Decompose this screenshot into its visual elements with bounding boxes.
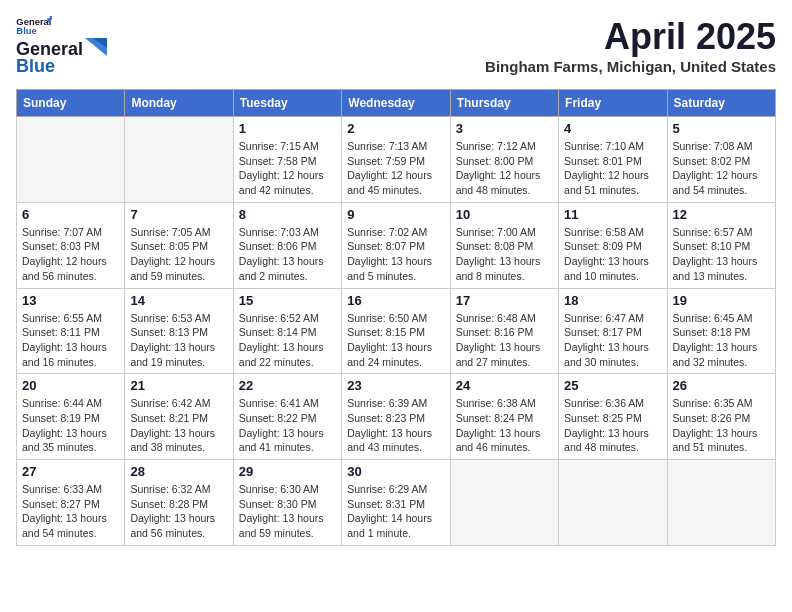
- calendar-cell: 29Sunrise: 6:30 AM Sunset: 8:30 PM Dayli…: [233, 460, 341, 546]
- day-number: 3: [456, 121, 553, 136]
- calendar-cell: [559, 460, 667, 546]
- location-title: Bingham Farms, Michigan, United States: [485, 58, 776, 75]
- calendar-cell: 26Sunrise: 6:35 AM Sunset: 8:26 PM Dayli…: [667, 374, 775, 460]
- day-number: 2: [347, 121, 444, 136]
- day-number: 5: [673, 121, 770, 136]
- day-number: 8: [239, 207, 336, 222]
- day-info: Sunrise: 7:03 AM Sunset: 8:06 PM Dayligh…: [239, 225, 336, 284]
- page-header: General Blue General Blue April 2025 Bin…: [16, 16, 776, 77]
- logo-triangle: [85, 38, 107, 60]
- calendar-cell: 11Sunrise: 6:58 AM Sunset: 8:09 PM Dayli…: [559, 202, 667, 288]
- calendar-cell: 5Sunrise: 7:08 AM Sunset: 8:02 PM Daylig…: [667, 117, 775, 203]
- day-info: Sunrise: 6:44 AM Sunset: 8:19 PM Dayligh…: [22, 396, 119, 455]
- day-number: 16: [347, 293, 444, 308]
- day-info: Sunrise: 6:53 AM Sunset: 8:13 PM Dayligh…: [130, 311, 227, 370]
- calendar-cell: 30Sunrise: 6:29 AM Sunset: 8:31 PM Dayli…: [342, 460, 450, 546]
- calendar-cell: 27Sunrise: 6:33 AM Sunset: 8:27 PM Dayli…: [17, 460, 125, 546]
- day-info: Sunrise: 6:48 AM Sunset: 8:16 PM Dayligh…: [456, 311, 553, 370]
- day-number: 19: [673, 293, 770, 308]
- calendar-cell: 6Sunrise: 7:07 AM Sunset: 8:03 PM Daylig…: [17, 202, 125, 288]
- day-info: Sunrise: 6:36 AM Sunset: 8:25 PM Dayligh…: [564, 396, 661, 455]
- calendar-week-1: 1Sunrise: 7:15 AM Sunset: 7:58 PM Daylig…: [17, 117, 776, 203]
- day-info: Sunrise: 6:29 AM Sunset: 8:31 PM Dayligh…: [347, 482, 444, 541]
- calendar-cell: 24Sunrise: 6:38 AM Sunset: 8:24 PM Dayli…: [450, 374, 558, 460]
- calendar-cell: 19Sunrise: 6:45 AM Sunset: 8:18 PM Dayli…: [667, 288, 775, 374]
- calendar-cell: 2Sunrise: 7:13 AM Sunset: 7:59 PM Daylig…: [342, 117, 450, 203]
- weekday-header-tuesday: Tuesday: [233, 90, 341, 117]
- day-info: Sunrise: 6:45 AM Sunset: 8:18 PM Dayligh…: [673, 311, 770, 370]
- logo-blue: Blue: [16, 56, 55, 77]
- calendar-cell: 10Sunrise: 7:00 AM Sunset: 8:08 PM Dayli…: [450, 202, 558, 288]
- day-info: Sunrise: 7:02 AM Sunset: 8:07 PM Dayligh…: [347, 225, 444, 284]
- day-number: 27: [22, 464, 119, 479]
- logo: General Blue General Blue: [16, 16, 109, 77]
- day-info: Sunrise: 7:05 AM Sunset: 8:05 PM Dayligh…: [130, 225, 227, 284]
- day-info: Sunrise: 6:30 AM Sunset: 8:30 PM Dayligh…: [239, 482, 336, 541]
- day-number: 23: [347, 378, 444, 393]
- day-number: 12: [673, 207, 770, 222]
- day-info: Sunrise: 6:39 AM Sunset: 8:23 PM Dayligh…: [347, 396, 444, 455]
- day-info: Sunrise: 6:55 AM Sunset: 8:11 PM Dayligh…: [22, 311, 119, 370]
- calendar-cell: 4Sunrise: 7:10 AM Sunset: 8:01 PM Daylig…: [559, 117, 667, 203]
- day-number: 25: [564, 378, 661, 393]
- day-number: 26: [673, 378, 770, 393]
- calendar-cell: 15Sunrise: 6:52 AM Sunset: 8:14 PM Dayli…: [233, 288, 341, 374]
- day-info: Sunrise: 6:58 AM Sunset: 8:09 PM Dayligh…: [564, 225, 661, 284]
- calendar-cell: [17, 117, 125, 203]
- day-number: 17: [456, 293, 553, 308]
- day-number: 4: [564, 121, 661, 136]
- calendar-cell: [450, 460, 558, 546]
- weekday-header-saturday: Saturday: [667, 90, 775, 117]
- calendar-cell: 8Sunrise: 7:03 AM Sunset: 8:06 PM Daylig…: [233, 202, 341, 288]
- weekday-header-friday: Friday: [559, 90, 667, 117]
- month-title: April 2025: [485, 16, 776, 58]
- day-number: 28: [130, 464, 227, 479]
- day-number: 21: [130, 378, 227, 393]
- day-info: Sunrise: 7:13 AM Sunset: 7:59 PM Dayligh…: [347, 139, 444, 198]
- day-info: Sunrise: 6:38 AM Sunset: 8:24 PM Dayligh…: [456, 396, 553, 455]
- calendar-cell: 20Sunrise: 6:44 AM Sunset: 8:19 PM Dayli…: [17, 374, 125, 460]
- calendar-cell: 25Sunrise: 6:36 AM Sunset: 8:25 PM Dayli…: [559, 374, 667, 460]
- calendar-cell: 18Sunrise: 6:47 AM Sunset: 8:17 PM Dayli…: [559, 288, 667, 374]
- day-number: 7: [130, 207, 227, 222]
- calendar-cell: 23Sunrise: 6:39 AM Sunset: 8:23 PM Dayli…: [342, 374, 450, 460]
- day-info: Sunrise: 6:47 AM Sunset: 8:17 PM Dayligh…: [564, 311, 661, 370]
- day-number: 6: [22, 207, 119, 222]
- calendar-cell: 16Sunrise: 6:50 AM Sunset: 8:15 PM Dayli…: [342, 288, 450, 374]
- weekday-header-wednesday: Wednesday: [342, 90, 450, 117]
- calendar-table: SundayMondayTuesdayWednesdayThursdayFrid…: [16, 89, 776, 546]
- day-info: Sunrise: 6:57 AM Sunset: 8:10 PM Dayligh…: [673, 225, 770, 284]
- day-number: 29: [239, 464, 336, 479]
- calendar-cell: [667, 460, 775, 546]
- calendar-cell: 9Sunrise: 7:02 AM Sunset: 8:07 PM Daylig…: [342, 202, 450, 288]
- title-block: April 2025 Bingham Farms, Michigan, Unit…: [485, 16, 776, 75]
- calendar-cell: 17Sunrise: 6:48 AM Sunset: 8:16 PM Dayli…: [450, 288, 558, 374]
- calendar-cell: 14Sunrise: 6:53 AM Sunset: 8:13 PM Dayli…: [125, 288, 233, 374]
- calendar-cell: 3Sunrise: 7:12 AM Sunset: 8:00 PM Daylig…: [450, 117, 558, 203]
- calendar-week-2: 6Sunrise: 7:07 AM Sunset: 8:03 PM Daylig…: [17, 202, 776, 288]
- calendar-cell: 28Sunrise: 6:32 AM Sunset: 8:28 PM Dayli…: [125, 460, 233, 546]
- calendar-week-3: 13Sunrise: 6:55 AM Sunset: 8:11 PM Dayli…: [17, 288, 776, 374]
- day-number: 15: [239, 293, 336, 308]
- day-number: 20: [22, 378, 119, 393]
- calendar-week-5: 27Sunrise: 6:33 AM Sunset: 8:27 PM Dayli…: [17, 460, 776, 546]
- day-number: 22: [239, 378, 336, 393]
- weekday-header-sunday: Sunday: [17, 90, 125, 117]
- day-info: Sunrise: 6:42 AM Sunset: 8:21 PM Dayligh…: [130, 396, 227, 455]
- day-info: Sunrise: 6:35 AM Sunset: 8:26 PM Dayligh…: [673, 396, 770, 455]
- calendar-cell: [125, 117, 233, 203]
- day-number: 1: [239, 121, 336, 136]
- day-info: Sunrise: 7:07 AM Sunset: 8:03 PM Dayligh…: [22, 225, 119, 284]
- day-info: Sunrise: 6:52 AM Sunset: 8:14 PM Dayligh…: [239, 311, 336, 370]
- weekday-header-row: SundayMondayTuesdayWednesdayThursdayFrid…: [17, 90, 776, 117]
- calendar-cell: 12Sunrise: 6:57 AM Sunset: 8:10 PM Dayli…: [667, 202, 775, 288]
- day-info: Sunrise: 7:08 AM Sunset: 8:02 PM Dayligh…: [673, 139, 770, 198]
- day-number: 24: [456, 378, 553, 393]
- calendar-cell: 1Sunrise: 7:15 AM Sunset: 7:58 PM Daylig…: [233, 117, 341, 203]
- day-number: 30: [347, 464, 444, 479]
- calendar-cell: 21Sunrise: 6:42 AM Sunset: 8:21 PM Dayli…: [125, 374, 233, 460]
- svg-text:Blue: Blue: [16, 25, 36, 36]
- calendar-cell: 22Sunrise: 6:41 AM Sunset: 8:22 PM Dayli…: [233, 374, 341, 460]
- day-number: 9: [347, 207, 444, 222]
- day-info: Sunrise: 7:12 AM Sunset: 8:00 PM Dayligh…: [456, 139, 553, 198]
